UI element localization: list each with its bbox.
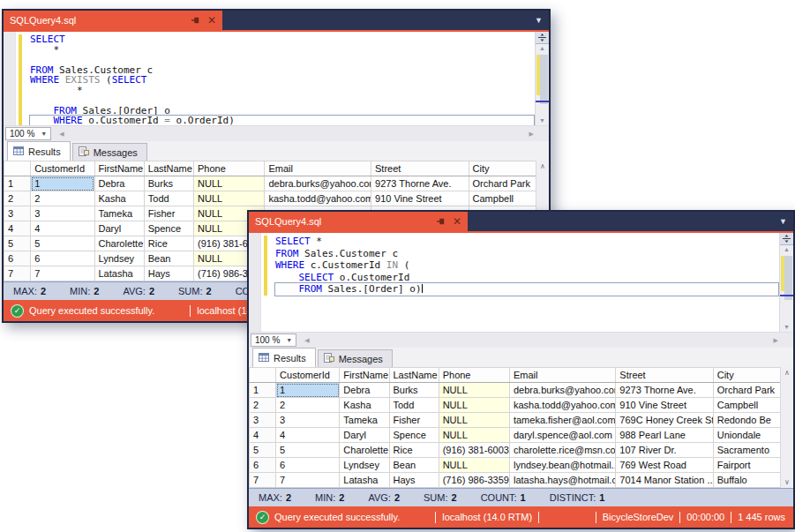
cell[interactable]: 5 — [276, 443, 340, 458]
scroll-right-icon[interactable]: ▶ — [774, 337, 778, 344]
column-header[interactable]: FirstName — [94, 161, 144, 176]
scrollbar-thumb[interactable] — [540, 55, 548, 104]
cell[interactable]: 9273 Thorne Ave. — [616, 383, 713, 398]
row-number[interactable]: 6 — [4, 251, 31, 266]
cell[interactable]: Latasha — [340, 473, 389, 488]
cell[interactable]: Hays — [144, 266, 193, 281]
close-icon[interactable]: ✕ — [453, 216, 461, 227]
scroll-up-icon[interactable]: ▲ — [536, 45, 549, 51]
cell[interactable]: 4 — [31, 221, 94, 236]
cell[interactable]: Rice — [389, 443, 439, 458]
cell[interactable]: Kasha — [340, 398, 389, 413]
column-header[interactable]: Email — [265, 161, 371, 176]
column-header[interactable]: LastName — [389, 368, 439, 383]
scroll-up-icon[interactable]: ∧ — [536, 162, 549, 170]
row-number[interactable]: 1 — [4, 176, 31, 191]
cell[interactable]: Todd — [389, 398, 439, 413]
cell[interactable]: Fairport — [713, 458, 780, 473]
cell[interactable]: (916) 381-6003 — [439, 443, 509, 458]
scroll-down-icon[interactable]: ▼ — [536, 117, 549, 124]
cell[interactable]: Sacramento — [713, 443, 780, 458]
cell[interactable]: Daryl — [94, 221, 144, 236]
row-number[interactable]: 5 — [4, 236, 31, 251]
cell[interactable]: Debra — [94, 176, 144, 191]
cell[interactable]: 3 — [276, 413, 340, 428]
cell[interactable]: NULL — [439, 428, 509, 443]
cell[interactable]: 107 River Dr. — [616, 443, 713, 458]
cell[interactable]: Orchard Park — [713, 383, 780, 398]
cell[interactable]: NULL — [439, 398, 509, 413]
row-number[interactable]: 7 — [250, 473, 276, 488]
cell[interactable]: NULL — [439, 383, 509, 398]
pin-icon[interactable] — [191, 16, 199, 25]
scrollbar-thumb[interactable] — [784, 256, 792, 300]
tab-results[interactable]: Results — [7, 141, 71, 161]
sql-editor[interactable]: SELECT * FROM Sales.Customer cWHERE EXIS… — [4, 32, 549, 125]
cell[interactable]: Buffalo — [713, 473, 780, 488]
cell[interactable]: 769C Honey Creek St. — [616, 413, 713, 428]
cell[interactable]: NULL — [194, 191, 265, 206]
cell[interactable]: Fisher — [144, 206, 193, 221]
document-tab[interactable]: SQLQuery4.sql ✕ — [4, 11, 222, 30]
cell[interactable]: 4 — [276, 428, 340, 443]
row-number[interactable]: 3 — [250, 413, 276, 428]
cell[interactable]: 1 — [31, 176, 94, 191]
sql-editor[interactable]: SELECT *FROM Sales.Customer cWHERE c.Cus… — [249, 233, 793, 332]
row-number[interactable]: 5 — [250, 443, 276, 458]
cell[interactable]: 1 — [276, 383, 340, 398]
column-header[interactable]: Phone — [194, 161, 265, 176]
cell[interactable]: Hays — [389, 473, 439, 488]
scroll-down-icon[interactable]: ▼ — [780, 324, 793, 330]
sql-code[interactable]: SELECT * FROM Sales.Customer cWHERE EXIS… — [30, 34, 534, 125]
row-number[interactable]: 3 — [4, 206, 31, 221]
row-number[interactable]: 2 — [250, 398, 276, 413]
cell[interactable]: 988 Pearl Lane — [616, 428, 713, 443]
cell[interactable]: Kasha — [94, 191, 144, 206]
document-tab[interactable]: SQLQuery4.sql ✕ — [249, 212, 468, 231]
cell[interactable]: Rice — [144, 236, 193, 251]
row-number[interactable]: 6 — [250, 458, 276, 473]
zoom-level-select[interactable]: 100 % ▼ — [5, 127, 51, 140]
column-header[interactable]: LastName — [144, 161, 193, 176]
scroll-down-icon[interactable]: ∨ — [781, 478, 793, 486]
scroll-left-icon[interactable]: ◀ — [304, 337, 309, 344]
row-number[interactable]: 7 — [4, 266, 31, 281]
cell[interactable]: 3 — [31, 206, 94, 221]
scroll-up-icon[interactable]: ∧ — [781, 369, 793, 377]
tablist-dropdown-icon[interactable]: ▼ — [779, 217, 787, 226]
cell[interactable]: (716) 986-3359 — [439, 473, 509, 488]
cell[interactable]: 2 — [31, 191, 94, 206]
cell[interactable]: NULL — [194, 176, 265, 191]
row-number[interactable]: 2 — [4, 191, 31, 206]
cell[interactable]: Lyndsey — [340, 458, 389, 473]
cell[interactable]: latasha.hays@hotmail.c... — [509, 473, 615, 488]
column-header[interactable]: Street — [616, 368, 713, 383]
close-icon[interactable]: ✕ — [207, 15, 216, 26]
cell[interactable]: debra.burks@yahoo.com — [265, 176, 371, 191]
cell[interactable]: Tameka — [340, 413, 389, 428]
cell[interactable]: Burks — [389, 383, 439, 398]
row-number[interactable]: 4 — [4, 221, 31, 236]
cell[interactable]: Campbell — [713, 398, 780, 413]
cell[interactable]: kasha.todd@yahoo.com — [509, 398, 615, 413]
cell[interactable]: Uniondale — [713, 428, 780, 443]
tab-messages[interactable]: Messages — [72, 143, 147, 161]
scroll-right-icon[interactable]: ▶ — [529, 131, 534, 138]
tab-results[interactable]: Results — [252, 348, 316, 367]
column-header[interactable]: Street — [371, 161, 469, 176]
cell[interactable]: Burks — [144, 176, 193, 191]
cell[interactable]: 5 — [31, 236, 94, 251]
cell[interactable]: Latasha — [94, 266, 144, 281]
cell[interactable]: Fisher — [389, 413, 439, 428]
cell[interactable]: Orchard Park — [469, 176, 536, 191]
cell[interactable]: Daryl — [340, 428, 389, 443]
pin-icon[interactable] — [436, 217, 445, 226]
cell[interactable]: Spence — [144, 221, 193, 236]
column-header[interactable]: CustomerId — [276, 368, 340, 383]
cell[interactable]: charolette.rice@msn.com — [509, 443, 615, 458]
grid-vertical-scrollbar[interactable]: ∧ ∨ — [780, 367, 793, 488]
cell[interactable]: Todd — [144, 191, 193, 206]
cell[interactable]: 769 West Road — [616, 458, 713, 473]
cell[interactable]: Charolette — [340, 443, 389, 458]
cell[interactable]: 910 Vine Street — [616, 398, 713, 413]
